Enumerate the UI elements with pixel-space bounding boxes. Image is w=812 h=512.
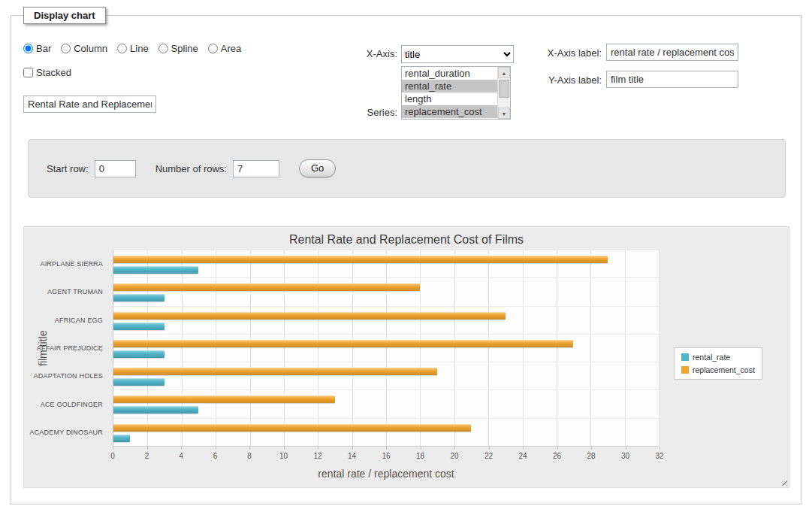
x-tick-label: 26	[553, 452, 561, 460]
bar-replacement_cost	[113, 424, 471, 432]
start-row-label: Start row:	[47, 163, 89, 174]
category-row	[113, 389, 659, 417]
x-axis-select-label: X-Axis:	[297, 48, 397, 59]
x-tick-mark	[284, 447, 285, 450]
x-tick-label: 12	[313, 452, 321, 460]
chart-type-column[interactable]: Column	[61, 43, 107, 54]
bar-rental_rate	[113, 435, 130, 442]
x-axis-title: rental rate / replacement cost	[113, 468, 660, 480]
category-row	[113, 277, 659, 305]
chart-title-input[interactable]	[23, 95, 156, 113]
x-tick-label: 30	[621, 452, 629, 460]
bar-replacement_cost	[113, 283, 420, 291]
series-option-rental-duration[interactable]: rental_duration	[402, 67, 497, 80]
go-button[interactable]: Go	[299, 159, 336, 177]
start-row-input[interactable]	[95, 160, 136, 177]
x-tick-label: 20	[450, 452, 458, 460]
chart-type-spline[interactable]: Spline	[158, 43, 198, 54]
bar-rental_rate	[113, 323, 165, 330]
chart-type-spline-radio[interactable]	[158, 44, 168, 53]
x-tick-mark	[386, 447, 387, 450]
bar-replacement_cost	[113, 395, 335, 403]
legend-item-replacement_cost[interactable]: replacement_cost	[681, 365, 755, 374]
x-tick-label: 10	[279, 452, 288, 460]
stacked-label: Stacked	[36, 67, 71, 78]
scroll-down-icon[interactable]: ▼	[498, 108, 510, 119]
x-axis-label-input[interactable]	[606, 44, 738, 61]
chart-type-bar[interactable]: Bar	[23, 43, 51, 54]
chart-type-line-radio[interactable]	[117, 44, 127, 53]
x-tick-mark	[147, 447, 148, 450]
x-tick-mark	[421, 447, 421, 450]
chart-type-area-radio[interactable]	[208, 44, 218, 53]
x-tick-mark	[591, 447, 592, 450]
category-label: ACE GOLDFINGER	[47, 390, 103, 418]
bar-rental_rate	[113, 378, 165, 386]
legend-item-rental_rate[interactable]: rental_rate	[681, 353, 755, 362]
x-tick-mark	[181, 447, 182, 450]
bar-replacement_cost	[113, 340, 573, 347]
category-label: AFRICAN EGG	[47, 306, 103, 334]
bar-rental_rate	[113, 266, 198, 274]
display-chart-panel: Display chart Bar Column Line Spline Are…	[11, 15, 801, 504]
x-tick-label: 2	[145, 452, 149, 460]
stacked-checkbox[interactable]: Stacked	[23, 67, 71, 78]
x-tick-mark	[113, 447, 113, 450]
x-tick-label: 18	[416, 452, 424, 460]
x-tick-mark	[660, 447, 660, 450]
x-tick-mark	[249, 447, 250, 450]
chart-type-line[interactable]: Line	[117, 43, 149, 54]
series-listbox-label: Series:	[297, 107, 397, 118]
stacked-checkbox-input[interactable]	[23, 68, 33, 77]
chart-type-column-radio[interactable]	[61, 44, 71, 53]
chart-legend: rental_ratereplacement_cost	[674, 347, 762, 380]
legend-swatch-icon	[681, 353, 689, 361]
x-tick-label: 14	[348, 452, 356, 460]
chart-type-area[interactable]: Area	[208, 43, 241, 54]
x-axis-label-label: X-Axis label:	[500, 47, 602, 59]
x-tick-label: 24	[518, 452, 527, 460]
legend-swatch-icon	[681, 366, 689, 374]
x-tick-label: 22	[484, 452, 493, 460]
bar-replacement_cost	[113, 256, 608, 263]
category-label: AFFAIR PREJUDICE	[47, 334, 103, 362]
category-label: ACADEMY DINOSAUR	[47, 419, 103, 447]
chart-title: Rental Rate and Replacement Cost of Film…	[24, 233, 789, 247]
x-tick-mark	[216, 447, 216, 450]
category-row	[113, 250, 659, 277]
series-option-length[interactable]: length	[402, 92, 497, 105]
resize-handle-icon[interactable]	[779, 477, 787, 486]
chart-type-line-label: Line	[130, 43, 149, 54]
y-axis-label-input[interactable]	[606, 71, 738, 88]
chart-type-spline-label: Spline	[171, 43, 198, 54]
chart-type-column-label: Column	[74, 43, 107, 54]
x-tick-mark	[557, 447, 558, 450]
x-axis-select[interactable]: title	[401, 45, 514, 63]
series-listbox-items: rental_duration rental_rate length repla…	[402, 67, 497, 119]
number-of-rows-input[interactable]	[233, 160, 279, 177]
bar-rental_rate	[113, 406, 198, 414]
series-listbox[interactable]: rental_duration rental_rate length repla…	[401, 66, 511, 120]
plot-area	[113, 250, 660, 447]
category-row	[113, 418, 659, 446]
series-option-rental-rate[interactable]: rental_rate	[402, 80, 497, 92]
series-option-replacement-cost[interactable]: replacement_cost	[402, 105, 497, 118]
category-row	[113, 334, 659, 362]
bar-rental_rate	[113, 294, 165, 301]
x-tick-mark	[454, 447, 455, 450]
chart: Rental Rate and Replacement Cost of Film…	[23, 226, 789, 488]
number-of-rows-label: Number of rows:	[155, 163, 227, 174]
x-tick-label: 28	[587, 452, 595, 460]
x-tick-mark	[352, 447, 353, 450]
chart-type-bar-radio[interactable]	[23, 44, 33, 53]
x-tick-label: 8	[247, 452, 252, 460]
y-axis-category-labels: AIRPLANE SIERRAAGENT TRUMANAFRICAN EGGAF…	[24, 250, 108, 447]
bar-replacement_cost	[113, 312, 506, 320]
x-tick-label: 32	[655, 452, 663, 460]
legend-label: rental_rate	[693, 353, 730, 362]
x-tick-mark	[318, 447, 318, 450]
legend-label: replacement_cost	[693, 365, 755, 374]
x-axis-tick-labels: 02468101214161820222426283032	[113, 447, 660, 463]
category-label: ADAPTATION HOLES	[47, 362, 103, 390]
x-tick-label: 0	[110, 452, 115, 460]
